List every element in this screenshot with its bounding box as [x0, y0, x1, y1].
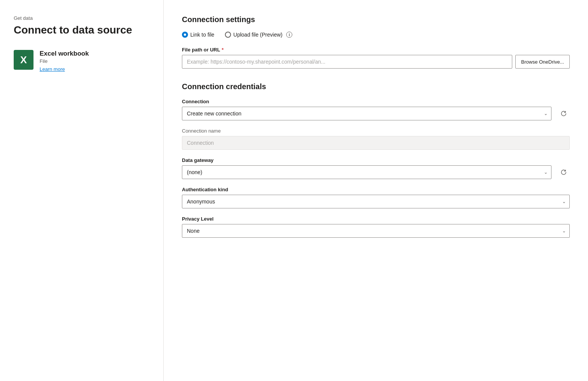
data-gateway-label: Data gateway — [182, 157, 570, 163]
auth-kind-select[interactable]: Anonymous — [182, 195, 570, 208]
connection-refresh-icon[interactable] — [558, 107, 570, 120]
right-panel: Connection settings Link to file Upload … — [164, 0, 588, 381]
data-gateway-refresh-icon[interactable] — [558, 166, 570, 178]
privacy-level-select[interactable]: None — [182, 224, 570, 238]
browse-onedrive-button[interactable]: Browse OneDrive... — [515, 55, 570, 69]
left-panel: Get data Connect to data source X Excel … — [0, 0, 164, 381]
data-gateway-group: Data gateway (none) ⌄ — [182, 157, 570, 179]
auth-kind-group: Authentication kind Anonymous ⌄ — [182, 187, 570, 208]
connector-details: Excel workbook File Learn more — [40, 50, 89, 72]
page-title: Connect to data source — [14, 24, 150, 36]
connection-label: Connection — [182, 99, 570, 104]
file-path-group: File path or URL * Browse OneDrive... — [182, 47, 570, 69]
connector-name: Excel workbook — [40, 50, 89, 58]
privacy-level-group: Privacy Level None ⌄ — [182, 216, 570, 238]
radio-link-to-file[interactable]: Link to file — [182, 32, 214, 38]
radio-link-to-file-circle — [182, 32, 188, 38]
connection-type-radio-group: Link to file Upload file (Preview) i — [182, 32, 570, 38]
connector-info: X Excel workbook File Learn more — [14, 50, 150, 72]
required-star: * — [221, 47, 223, 53]
radio-upload-file[interactable]: Upload file (Preview) i — [225, 32, 292, 38]
file-path-label: File path or URL * — [182, 47, 570, 53]
connection-credentials-title: Connection credentials — [182, 82, 570, 91]
excel-icon: X — [14, 50, 33, 70]
radio-link-to-file-label: Link to file — [190, 32, 214, 38]
radio-upload-file-circle — [225, 32, 231, 38]
radio-upload-file-label: Upload file (Preview) — [233, 32, 282, 38]
file-path-input[interactable] — [182, 55, 512, 69]
connector-type: File — [40, 58, 89, 64]
upload-file-info-icon[interactable]: i — [286, 32, 292, 38]
file-path-input-row: Browse OneDrive... — [182, 55, 570, 69]
auth-kind-label: Authentication kind — [182, 187, 570, 192]
connection-name-label: Connection name — [182, 128, 570, 134]
breadcrumb: Get data — [14, 15, 150, 21]
connection-select[interactable]: Create new connection — [182, 107, 551, 120]
privacy-level-label: Privacy Level — [182, 216, 570, 222]
connection-credentials-section: Connection credentials Connection Create… — [182, 82, 570, 238]
connection-name-group: Connection name — [182, 128, 570, 150]
excel-x-letter: X — [20, 55, 27, 65]
connection-name-input[interactable] — [182, 136, 570, 150]
data-gateway-select[interactable]: (none) — [182, 165, 551, 179]
connection-settings-title: Connection settings — [182, 15, 570, 24]
connection-field-group: Connection Create new connection ⌄ — [182, 99, 570, 120]
learn-more-link[interactable]: Learn more — [40, 66, 89, 72]
